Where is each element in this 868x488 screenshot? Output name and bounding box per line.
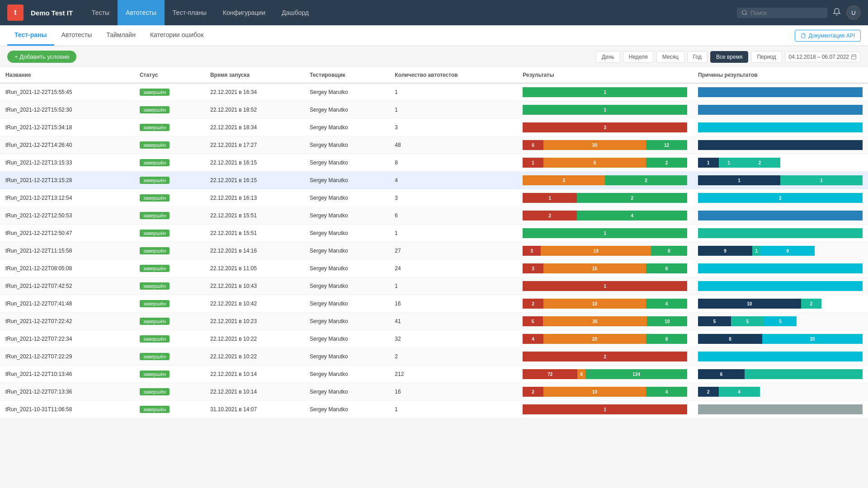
cell-name: tRun_2021-12-22T15:34:18 <box>0 119 134 136</box>
tab-timeline[interactable]: Таймлайн <box>99 25 143 46</box>
cell-reasons: 2 <box>693 189 868 207</box>
table-row[interactable]: tRun_2021-12-22T13:15:28завершён22.12.20… <box>0 172 868 189</box>
brand-name: Demo Test IT <box>31 9 73 17</box>
cell-count: 1 <box>389 277 517 295</box>
cell-time: 22.12.2021 в 10:43 <box>205 277 304 295</box>
reasons-bar <box>698 122 863 132</box>
nav-configurations[interactable]: Конфигурации <box>215 0 274 25</box>
table-row[interactable]: tRun_2021-12-22T15:52:30завершён22.12.20… <box>0 101 868 119</box>
results-bar: 3186 <box>523 246 687 256</box>
table-row[interactable]: tRun_2021-12-22T07:22:29завершён22.12.20… <box>0 348 868 366</box>
cell-tester: Sergey Marutko <box>304 330 389 348</box>
reasons-bar <box>698 140 863 150</box>
sub-nav: Тест-раны Автотесты Таймлайн Категории о… <box>0 25 868 46</box>
status-badge: завершён <box>140 247 170 254</box>
reasons-bar: 919 <box>698 246 863 256</box>
search-box <box>737 8 827 18</box>
filter-week[interactable]: Неделя <box>623 51 654 63</box>
add-condition-button[interactable]: + Добавить условие <box>7 51 76 63</box>
tab-autotests[interactable]: Автотесты <box>54 25 99 46</box>
status-badge: завершён <box>140 353 170 360</box>
cell-name: tRun_2021-12-22T15:52:30 <box>0 101 134 119</box>
nav-autotests[interactable]: Автотесты <box>118 0 165 25</box>
reasons-bar: 555 <box>698 316 863 326</box>
table-row[interactable]: tRun_2021-12-22T10:13:46завершён22.12.20… <box>0 366 868 383</box>
table-row[interactable]: tRun_2021-10-31T11:06:58завершён31.10.20… <box>0 401 868 418</box>
filter-month[interactable]: Месяц <box>656 51 684 63</box>
reasons-bar <box>698 404 863 414</box>
reasons-bar: 112 <box>698 158 863 168</box>
cell-status: завершён <box>134 260 205 277</box>
cell-status: завершён <box>134 172 205 189</box>
search-input[interactable] <box>750 9 823 16</box>
table-row[interactable]: tRun_2021-12-22T07:22:34завершён22.12.20… <box>0 330 868 348</box>
cell-tester: Sergey Marutko <box>304 136 389 154</box>
cell-name: tRun_2021-12-22T15:55:45 <box>0 83 134 101</box>
filter-day[interactable]: День <box>596 51 620 63</box>
results-bar: 52610 <box>523 316 687 326</box>
col-status: Статус <box>134 67 205 83</box>
cell-results: 1 <box>517 401 693 418</box>
table-row[interactable]: tRun_2021-12-22T07:13:36завершён22.12.20… <box>0 383 868 401</box>
table-row[interactable]: tRun_2021-12-22T08:05:08завершён22.12.20… <box>0 260 868 277</box>
cell-status: завершён <box>134 401 205 418</box>
tab-error-categories[interactable]: Категории ошибок <box>143 25 211 46</box>
table-header-row: Название Статус Время запуска Тестировщи… <box>0 67 868 83</box>
date-filter-group: День Неделя Месяц Год Все время Период 0… <box>596 51 861 63</box>
cell-status: завершён <box>134 136 205 154</box>
table-row[interactable]: tRun_2021-12-22T15:34:18завершён22.12.20… <box>0 119 868 136</box>
cell-tester: Sergey Marutko <box>304 83 389 101</box>
table-row[interactable]: tRun_2021-12-22T13:15:33завершён22.12.20… <box>0 154 868 172</box>
table-row[interactable]: tRun_2021-12-22T07:41:48завершён22.12.20… <box>0 295 868 313</box>
results-bar: 1 <box>523 228 687 238</box>
cell-results: 22 <box>517 172 693 189</box>
tab-test-runs[interactable]: Тест-раны <box>7 25 54 46</box>
notification-bell[interactable] <box>833 8 841 18</box>
cell-status: завершён <box>134 207 205 225</box>
cell-status: завершён <box>134 348 205 366</box>
results-bar: 726134 <box>523 369 687 379</box>
table-row[interactable]: tRun_2021-12-22T07:22:42завершён22.12.20… <box>0 313 868 330</box>
cell-reasons: 24 <box>693 383 868 401</box>
results-bar: 24 <box>523 211 687 221</box>
cell-count: 48 <box>389 136 517 154</box>
cell-time: 22.12.2021 в 16:34 <box>205 83 304 101</box>
status-badge: завершён <box>140 124 170 131</box>
filter-period[interactable]: Период <box>751 51 782 63</box>
results-table-container: Название Статус Время запуска Тестировщи… <box>0 67 868 418</box>
results-bar: 1 <box>523 87 687 97</box>
date-range-display[interactable]: 04.12.2018 – 06.07.2022 <box>785 52 861 62</box>
nav-dashboard[interactable]: Дашборд <box>274 0 317 25</box>
cell-tester: Sergey Marutko <box>304 207 389 225</box>
cell-count: 16 <box>389 295 517 313</box>
cell-results: 3156 <box>517 260 693 277</box>
cell-name: tRun_2021-12-22T07:13:36 <box>0 383 134 401</box>
table-row[interactable]: tRun_2021-12-22T13:12:54завершён22.12.20… <box>0 189 868 207</box>
reasons-bar: 24 <box>698 387 863 397</box>
cell-name: tRun_2021-12-22T13:12:54 <box>0 189 134 207</box>
nav-tests[interactable]: Тесты <box>84 0 118 25</box>
table-row[interactable]: tRun_2021-12-22T11:15:58завершён22.12.20… <box>0 242 868 260</box>
cell-time: 22.12.2021 в 10:14 <box>205 383 304 401</box>
cell-tester: Sergey Marutko <box>304 119 389 136</box>
logo[interactable]: t <box>7 5 24 21</box>
cell-time: 22.12.2021 в 11:05 <box>205 260 304 277</box>
reasons-bar: 102 <box>698 299 863 309</box>
cell-tester: Sergey Marutko <box>304 154 389 172</box>
user-avatar[interactable]: U <box>846 5 861 20</box>
table-row[interactable]: tRun_2021-12-22T14:26:40завершён22.12.20… <box>0 136 868 154</box>
filter-all-time[interactable]: Все время <box>710 51 748 63</box>
table-row[interactable]: tRun_2021-12-22T12:50:47завершён22.12.20… <box>0 225 868 242</box>
doc-api-button[interactable]: Документация API <box>795 30 861 42</box>
cell-count: 212 <box>389 366 517 383</box>
cell-status: завершён <box>134 242 205 260</box>
nav-test-plans[interactable]: Тест-планы <box>165 0 215 25</box>
filter-year[interactable]: Год <box>687 51 708 63</box>
cell-tester: Sergey Marutko <box>304 401 389 418</box>
results-bar: 4208 <box>523 334 687 344</box>
table-row[interactable]: tRun_2021-12-22T12:50:53завершён22.12.20… <box>0 207 868 225</box>
reasons-bar: 2 <box>698 193 863 203</box>
table-row[interactable]: tRun_2021-12-22T07:42:52завершён22.12.20… <box>0 277 868 295</box>
table-row[interactable]: tRun_2021-12-22T15:55:45завершён22.12.20… <box>0 83 868 101</box>
cell-reasons <box>693 348 868 366</box>
